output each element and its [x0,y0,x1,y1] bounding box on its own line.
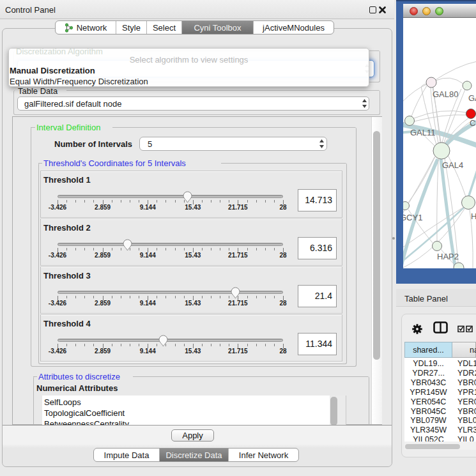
svg-text:H: H [471,211,476,221]
svg-text:C: C [470,118,475,128]
svg-text:GAL11: GAL11 [410,128,436,137]
svg-text:HAP2: HAP2 [437,252,459,261]
svg-text:GAL4: GAL4 [442,160,463,170]
svg-text:GAL80: GAL80 [433,89,458,99]
svg-text:GCY1: GCY1 [403,213,422,222]
svg-text:GAL: GAL [468,93,476,103]
